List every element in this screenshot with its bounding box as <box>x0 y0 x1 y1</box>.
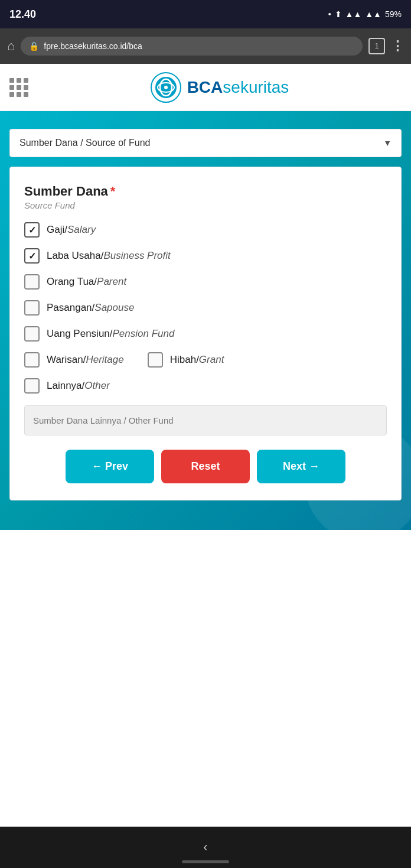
logo-text: BCAsekuritas <box>187 78 289 97</box>
checkbox-warisan[interactable]: Warisan/Heritage <box>24 352 124 368</box>
signal-bars-icon: ▲▲ <box>345 9 362 19</box>
checkbox-hibah-label: Hibah/Grant <box>170 354 224 366</box>
dot-indicator: • <box>328 9 331 19</box>
tab-button[interactable]: 1 <box>368 38 385 54</box>
status-icons: • ⬆ ▲▲ ▲▲ 59% <box>328 9 402 19</box>
checkbox-orang-tua-label: Orang Tua/Parent <box>47 276 126 288</box>
checkbox-lainnya[interactable]: Lainnya/Other <box>24 378 387 394</box>
source-fund-dropdown[interactable]: Sumber Dana / Source of Fund ▼ <box>9 129 402 157</box>
checkbox-pensiun-label: Uang Pensiun/Pension Fund <box>47 328 174 340</box>
chevron-down-icon: ▼ <box>383 138 392 148</box>
checkbox-hibah[interactable]: Hibah/Grant <box>148 352 224 368</box>
inline-row-warisan-hibah: Warisan/Heritage Hibah/Grant <box>24 352 387 368</box>
home-indicator <box>182 860 229 863</box>
form-card: Sumber Dana* Source Fund Gaji/Salary Lab… <box>9 167 402 500</box>
form-section-subtitle: Source Fund <box>24 200 387 210</box>
checkbox-orang-tua-box[interactable] <box>24 274 40 290</box>
form-section-title: Sumber Dana* <box>24 184 387 199</box>
hamburger-menu-icon[interactable] <box>9 78 28 97</box>
checkbox-laba-label: Laba Usaha/Business Profit <box>47 250 171 262</box>
checkbox-lainnya-box[interactable] <box>24 378 40 394</box>
checkbox-gaji-box[interactable] <box>24 222 40 238</box>
app-header: BCAsekuritas <box>0 64 411 111</box>
checkbox-lainnya-label: Lainnya/Other <box>47 380 110 392</box>
checkbox-orang-tua[interactable]: Orang Tua/Parent <box>24 274 387 290</box>
signal-bars-2-icon: ▲▲ <box>365 9 381 19</box>
checkbox-warisan-box[interactable] <box>24 352 40 368</box>
bottom-nav: ‹ <box>0 827 411 868</box>
checkbox-pasangan-box[interactable] <box>24 300 40 316</box>
checkbox-pensiun[interactable]: Uang Pensiun/Pension Fund <box>24 326 387 342</box>
checkbox-warisan-label: Warisan/Heritage <box>47 354 124 366</box>
checkbox-laba-box[interactable] <box>24 248 40 264</box>
svg-point-3 <box>164 86 168 89</box>
battery-icon: 59% <box>385 9 402 19</box>
url-text: fpre.bcasekuritas.co.id/bca <box>44 41 354 51</box>
checkbox-group: Gaji/Salary Laba Usaha/Business Profit O… <box>24 222 387 394</box>
bca-logo-icon <box>151 72 181 103</box>
dropdown-label: Sumber Dana / Source of Fund <box>19 138 383 148</box>
checkbox-pasangan[interactable]: Pasangan/Sapouse <box>24 300 387 316</box>
status-bar: 12.40 • ⬆ ▲▲ ▲▲ 59% <box>0 0 411 28</box>
app-logo: BCAsekuritas <box>38 72 402 103</box>
page-content: BCAsekuritas Sumber Dana / Source of Fun… <box>0 64 411 827</box>
lock-icon: 🔒 <box>29 41 39 51</box>
teal-section: Sumber Dana / Source of Fund ▼ Sumber Da… <box>0 111 411 530</box>
checkbox-pasangan-label: Pasangan/Sapouse <box>47 302 134 314</box>
checkbox-gaji[interactable]: Gaji/Salary <box>24 222 387 238</box>
checkbox-laba[interactable]: Laba Usaha/Business Profit <box>24 248 387 264</box>
checkbox-pensiun-box[interactable] <box>24 326 40 342</box>
checkbox-hibah-box[interactable] <box>148 352 163 368</box>
other-fund-input[interactable] <box>24 405 387 435</box>
url-bar[interactable]: 🔒 fpre.bcasekuritas.co.id/bca <box>21 37 363 56</box>
browser-menu-icon[interactable]: ⋮ <box>391 38 404 54</box>
home-icon[interactable]: ⌂ <box>7 38 15 54</box>
status-time: 12.40 <box>9 8 36 21</box>
reset-button[interactable]: Reset <box>161 450 250 483</box>
signal-icon: ⬆ <box>335 9 342 19</box>
required-indicator: * <box>110 184 116 199</box>
form-button-row: ← Prev Reset Next → <box>24 450 387 483</box>
back-button[interactable]: ‹ <box>203 840 207 855</box>
checkbox-gaji-label: Gaji/Salary <box>47 224 96 236</box>
browser-bar: ⌂ 🔒 fpre.bcasekuritas.co.id/bca 1 ⋮ <box>0 28 411 64</box>
next-button[interactable]: Next → <box>257 450 345 483</box>
prev-button[interactable]: ← Prev <box>66 450 154 483</box>
